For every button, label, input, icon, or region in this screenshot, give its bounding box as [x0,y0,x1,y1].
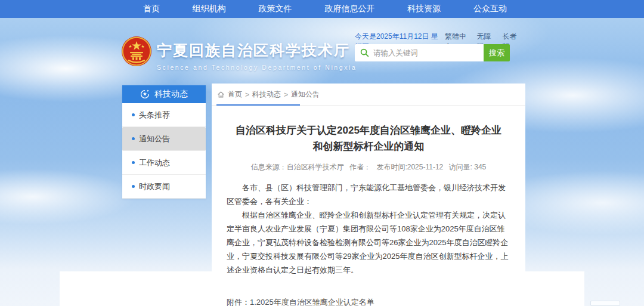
site-header: 宁夏回族自治区科学技术厅 Science and Technology Depa… [0,18,644,85]
top-navigation-bar: 首页 组织机构 政策文件 政府信息公开 科技资源 公众互动 [0,0,644,18]
meta-source: 信息来源：自治区科学技术厅 [251,163,344,171]
star-circle-icon [140,89,150,99]
meta-author: 作者： [349,163,371,171]
article-paragraph-main: 根据自治区雏鹰企业、瞪羚企业和创新型标杆企业认定管理有关规定，决定认定半亩良人农… [227,208,510,277]
search-button[interactable]: 搜索 [484,44,510,61]
breadcrumb-tech-news[interactable]: 科技动态 [252,89,281,100]
sidebar-item-headline-recommend[interactable]: 头条推荐 [122,103,206,127]
search-input[interactable] [373,49,484,57]
bullet-dot [132,161,135,164]
search-icon [360,48,369,57]
sidebar: 科技动态 头条推荐 通知公告 工作动态 时政要闻 [122,85,206,199]
sidebar-item-label: 时政要闻 [139,181,170,192]
sidebar-item-label: 通知公告 [139,134,170,144]
breadcrumb-notices[interactable]: 通知公告 [291,89,320,100]
breadcrumb-separator: > [284,91,288,99]
nav-item-policy-documents[interactable]: 政策文件 [259,4,292,14]
attachments-list: 1.2025年度自治区雏鹰企业认定名单 2.2025年度自治区瞪羚企业认定名单 … [250,296,398,306]
sidebar-item-notice-announcement[interactable]: 通知公告 [122,127,206,151]
home-icon [217,91,225,98]
attachment-eagle-list[interactable]: 1.2025年度自治区雏鹰企业认定名单 [250,296,398,306]
bullet-dot [132,185,135,188]
bullet-dot [132,113,135,116]
search-bar: 搜索 [355,44,510,61]
breadcrumb-separator: > [245,91,249,99]
sidebar-item-work-trends[interactable]: 工作动态 [122,151,206,175]
nav-item-home[interactable]: 首页 [143,4,160,14]
article-title-line1: 自治区科技厅关于认定2025年度自治区雏鹰企业、瞪羚企业 [230,122,507,138]
search-box [355,44,484,61]
sidebar-header: 科技动态 [122,85,206,103]
article-title-line2: 和创新型标杆企业的通知 [230,138,507,154]
sidebar-item-current-politics[interactable]: 时政要闻 [122,175,206,199]
nav-item-organization[interactable]: 组织机构 [193,4,226,14]
article-meta: 信息来源：自治区科学技术厅 作者： 发布时间:2025-11-12 访问量: 3… [212,162,525,172]
nav-item-tech-resources[interactable]: 科技资源 [407,4,441,14]
meta-publish-date: 发布时间:2025-11-12 [376,163,443,171]
site-title-english: Science and Technology Department of Nin… [157,64,407,71]
breadcrumb-active-underline [216,104,300,106]
sidebar-title: 科技动态 [154,89,188,100]
breadcrumb-home[interactable]: 首页 [228,89,242,100]
breadcrumb: 首页 > 科技动态 > 通知公告 [212,84,525,104]
attachments-block: 附件： 1.2025年度自治区雏鹰企业认定名单 2.2025年度自治区瞪羚企业认… [212,296,525,306]
top-navigation-items: 首页 组织机构 政策文件 政府信息公开 科技资源 公众互动 [143,0,507,18]
attachments-label: 附件： [227,296,250,306]
nav-item-gov-info-disclosure[interactable]: 政府信息公开 [324,4,374,14]
article-panel: 首页 > 科技动态 > 通知公告 自治区科技厅关于认定2025年度自治区雏鹰企业… [212,84,525,306]
meta-views: 访问量: 345 [449,163,487,171]
sidebar-item-label: 工作动态 [139,157,170,168]
article-body: 各市、县（区）科技管理部门，宁东能源化工基地管委会，银川经济技术开发区管委会，各… [212,181,525,277]
article-paragraph-salutation: 各市、县（区）科技管理部门，宁东能源化工基地管委会，银川经济技术开发区管委会，各… [227,181,510,208]
sidebar-item-label: 头条推荐 [139,110,170,120]
nav-item-public-interaction[interactable]: 公众互动 [473,4,507,14]
bullet-dot [132,137,135,140]
floating-widget-cutoff [590,301,620,306]
article-title: 自治区科技厅关于认定2025年度自治区雏鹰企业、瞪羚企业 和创新型标杆企业的通知 [212,122,525,154]
breadcrumb-divider [212,104,525,106]
national-emblem-logo [121,36,152,67]
